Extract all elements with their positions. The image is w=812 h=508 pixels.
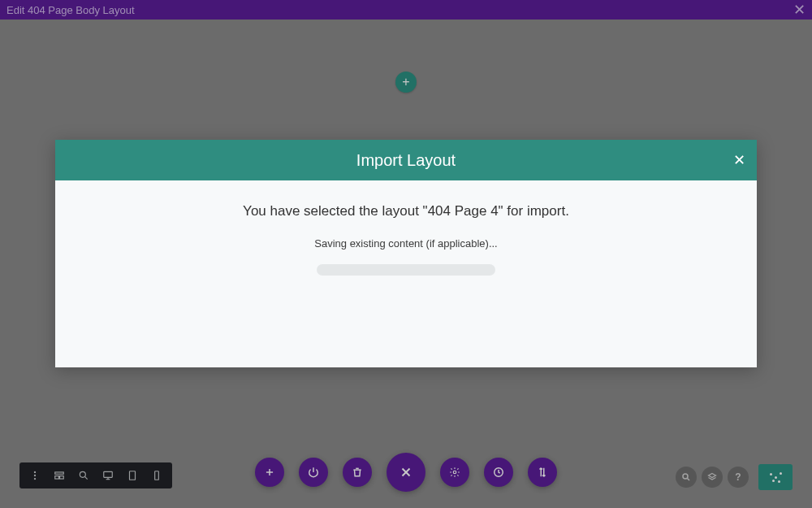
progress-bar: [317, 264, 495, 276]
modal-headline: You have selected the layout "404 Page 4…: [71, 203, 741, 219]
import-layout-modal: Import Layout ✕ You have selected the la…: [55, 140, 757, 367]
modal-title: Import Layout: [356, 151, 456, 170]
modal-status-text: Saving existing content (if applicable).…: [71, 237, 741, 250]
modal-close-button[interactable]: ✕: [733, 151, 745, 169]
modal-header: Import Layout ✕: [55, 140, 757, 180]
modal-body: You have selected the layout "404 Page 4…: [55, 180, 757, 276]
